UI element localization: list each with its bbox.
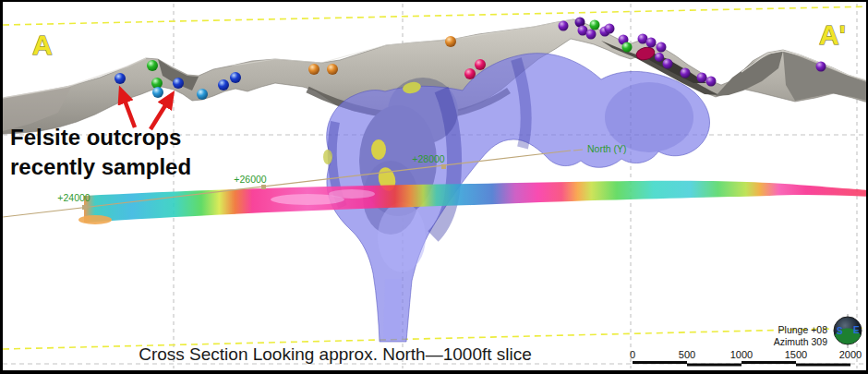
globe-east-letter: E: [853, 325, 860, 335]
axis-name-label: North (Y): [587, 143, 627, 154]
collar-point-blue: [115, 73, 126, 84]
collar-point-purple: [697, 73, 707, 83]
collar-point-purple: [657, 42, 667, 53]
section-label-a: A: [32, 30, 53, 60]
scale-bar: 0 500 1000 1500 2000: [630, 349, 862, 367]
collar-point-orange: [308, 64, 319, 75]
collar-point-purple: [663, 59, 673, 69]
collar-point-pink: [475, 59, 486, 70]
collar-point-purple: [646, 38, 657, 48]
axis-tick-24000: [82, 205, 87, 210]
collar-point-blue: [173, 78, 184, 89]
collar-point-blue: [218, 79, 229, 90]
figure-caption: Cross Section Looking approx. North—1000…: [139, 344, 532, 364]
collar-point-green: [590, 20, 600, 30]
collar-point-purple: [816, 62, 826, 72]
axis-tick-label: +28000: [412, 153, 444, 164]
callout-text-line2: recently sampled: [10, 154, 191, 179]
collar-point-green: [622, 42, 633, 53]
callout-text-line1: Felsite outcrops: [10, 125, 181, 150]
collar-point-purple: [681, 68, 691, 78]
collar-point-cyan: [152, 87, 163, 98]
collar-point-green: [147, 60, 158, 71]
scale-label-0: 0: [630, 349, 635, 360]
axis-tick-label: +26000: [234, 174, 266, 185]
scale-label-2000: 2000: [839, 349, 862, 360]
collar-point-orange: [327, 64, 338, 75]
collar-point-purple: [586, 30, 597, 40]
axis-tick-label: +24000: [57, 192, 90, 203]
collar-point-purple: [706, 77, 717, 87]
collar-point-purple: [605, 24, 615, 34]
collar-point-pink: [464, 68, 476, 79]
collar-point-cyan: [197, 89, 208, 100]
collar-point-orange: [445, 36, 456, 47]
collar-point-purple: [655, 53, 664, 62]
azimuth-label: Azimuth 309: [774, 336, 828, 347]
axis-tick-26000: [261, 185, 266, 189]
collar-point-blue: [230, 72, 241, 83]
scene-viewport[interactable]: +24000 +26000 +28000 North (Y) A A' Fels…: [3, 2, 868, 370]
globe-south-letter: S: [837, 326, 843, 336]
slice-top-edge: [3, 6, 868, 25]
section-label-a-prime: A': [819, 19, 846, 50]
scale-label-1000: 1000: [730, 349, 753, 360]
scale-label-500: 500: [679, 349, 695, 360]
orientation-globe-icon[interactable]: S E: [834, 314, 862, 348]
axis-tick-28000: [441, 164, 446, 169]
scale-label-1500: 1500: [785, 349, 807, 360]
cross-section-figure: +24000 +26000 +28000 North (Y) A A' Fels…: [0, 0, 868, 374]
heatmap-slice: [78, 181, 868, 224]
plunge-label: Plunge +08: [778, 324, 828, 335]
collar-point-purple: [559, 21, 569, 31]
